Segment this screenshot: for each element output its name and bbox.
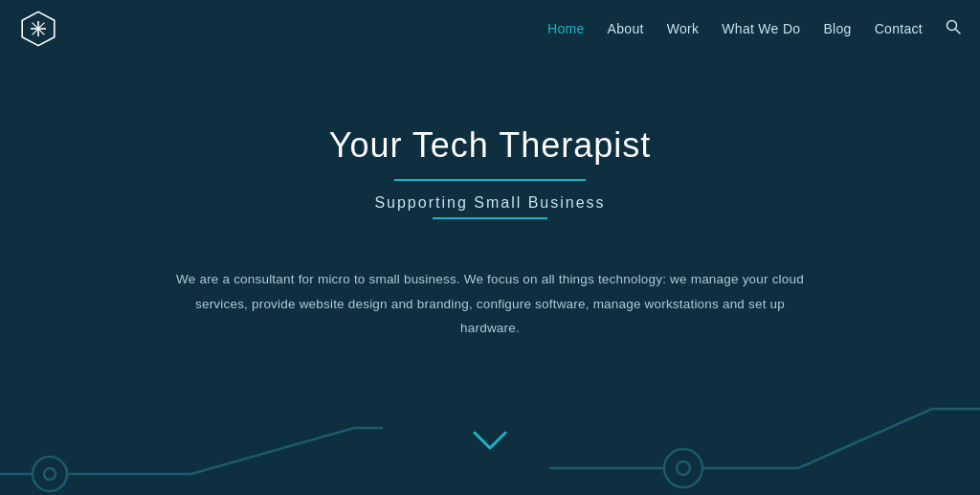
navbar: Home About Work What We Do Blog Contact	[0, 0, 980, 57]
deco-left	[0, 418, 383, 495]
svg-line-6	[956, 30, 961, 34]
hero-subtitle-divider	[433, 217, 547, 219]
scroll-down-button[interactable]	[473, 428, 507, 459]
nav-item-about[interactable]: About	[608, 20, 644, 37]
logo[interactable]	[19, 10, 57, 48]
search-icon[interactable]	[946, 19, 961, 38]
svg-line-17	[798, 409, 932, 468]
nav-item-contact[interactable]: Contact	[875, 20, 923, 37]
hero-title: Your Tech Therapist	[329, 125, 652, 166]
nav-item-home[interactable]: Home	[547, 20, 585, 37]
deco-right	[549, 390, 980, 495]
svg-point-13	[664, 449, 702, 487]
nav-item-what-we-do[interactable]: What We Do	[722, 20, 800, 37]
nav-links: Home About Work What We Do Blog Contact	[547, 19, 961, 38]
svg-point-14	[677, 461, 690, 475]
hero-title-divider	[394, 179, 586, 181]
svg-line-10	[191, 428, 354, 474]
hero-subtitle: Supporting Small Business	[374, 194, 605, 212]
hero-description: We are a consultant for micro to small b…	[174, 267, 806, 341]
svg-point-8	[44, 468, 56, 480]
nav-item-blog[interactable]: Blog	[823, 20, 851, 37]
svg-point-7	[33, 457, 67, 491]
nav-item-work[interactable]: Work	[667, 20, 700, 37]
